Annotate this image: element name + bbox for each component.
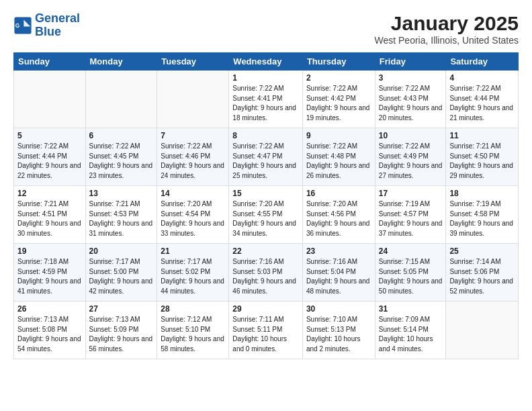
calendar-cell-w2-d4: 9Sunrise: 7:22 AM Sunset: 4:48 PM Daylig… — [302, 128, 375, 186]
calendar-subtitle: West Peoria, Illinois, United States — [374, 35, 519, 46]
day-number: 8 — [232, 131, 299, 140]
day-number: 29 — [232, 304, 299, 314]
calendar-cell-w3-d6: 18Sunrise: 7:19 AM Sunset: 4:58 PM Dayli… — [446, 186, 519, 244]
day-info: Sunrise: 7:20 AM Sunset: 4:55 PM Dayligh… — [232, 199, 299, 238]
day-number: 25 — [449, 246, 515, 256]
day-info: Sunrise: 7:22 AM Sunset: 4:43 PM Dayligh… — [379, 84, 443, 123]
day-number: 1 — [232, 73, 299, 83]
day-number: 3 — [379, 73, 443, 83]
svg-text:G: G — [15, 22, 20, 29]
calendar-cell-w4-d6: 25Sunrise: 7:14 AM Sunset: 5:06 PM Dayli… — [446, 244, 519, 302]
day-number: 4 — [449, 73, 515, 83]
day-info: Sunrise: 7:15 AM Sunset: 5:05 PM Dayligh… — [379, 257, 443, 296]
day-info: Sunrise: 7:10 AM Sunset: 5:13 PM Dayligh… — [306, 315, 371, 354]
calendar-cell-w3-d4: 16Sunrise: 7:20 AM Sunset: 4:56 PM Dayli… — [302, 186, 375, 244]
week-row-5: 26Sunrise: 7:13 AM Sunset: 5:08 PM Dayli… — [14, 302, 519, 359]
day-number: 9 — [306, 131, 371, 140]
calendar-cell-w4-d0: 19Sunrise: 7:18 AM Sunset: 4:59 PM Dayli… — [14, 244, 86, 302]
day-info: Sunrise: 7:22 AM Sunset: 4:49 PM Dayligh… — [379, 142, 443, 181]
th-tuesday: Tuesday — [157, 53, 229, 71]
calendar-cell-w2-d3: 8Sunrise: 7:22 AM Sunset: 4:47 PM Daylig… — [229, 128, 303, 186]
day-number: 14 — [161, 189, 225, 198]
calendar-cell-w2-d1: 6Sunrise: 7:22 AM Sunset: 4:45 PM Daylig… — [85, 128, 157, 186]
day-number: 30 — [306, 304, 371, 314]
day-number: 24 — [379, 246, 443, 256]
day-info: Sunrise: 7:17 AM Sunset: 5:02 PM Dayligh… — [161, 257, 225, 296]
calendar-cell-w1-d3: 1Sunrise: 7:22 AM Sunset: 4:41 PM Daylig… — [229, 71, 303, 128]
day-info: Sunrise: 7:13 AM Sunset: 5:09 PM Dayligh… — [89, 315, 154, 354]
day-info: Sunrise: 7:20 AM Sunset: 4:54 PM Dayligh… — [161, 199, 225, 238]
day-info: Sunrise: 7:11 AM Sunset: 5:11 PM Dayligh… — [232, 315, 299, 354]
calendar-cell-w4-d3: 22Sunrise: 7:16 AM Sunset: 5:03 PM Dayli… — [229, 244, 303, 302]
calendar-cell-w5-d6 — [446, 302, 519, 359]
day-number: 26 — [17, 304, 82, 314]
day-number: 7 — [161, 131, 225, 140]
day-info: Sunrise: 7:21 AM Sunset: 4:51 PM Dayligh… — [17, 199, 82, 238]
logo-general: General — [35, 11, 80, 25]
calendar-cell-w1-d5: 3Sunrise: 7:22 AM Sunset: 4:43 PM Daylig… — [375, 71, 446, 128]
calendar-cell-w1-d6: 4Sunrise: 7:22 AM Sunset: 4:44 PM Daylig… — [446, 71, 519, 128]
th-wednesday: Wednesday — [229, 53, 303, 71]
week-row-1: 1Sunrise: 7:22 AM Sunset: 4:41 PM Daylig… — [14, 71, 519, 128]
day-number: 6 — [89, 131, 154, 140]
calendar-cell-w5-d3: 29Sunrise: 7:11 AM Sunset: 5:11 PM Dayli… — [229, 302, 303, 359]
day-number: 20 — [89, 246, 154, 256]
day-info: Sunrise: 7:22 AM Sunset: 4:42 PM Dayligh… — [306, 84, 371, 123]
day-info: Sunrise: 7:18 AM Sunset: 4:59 PM Dayligh… — [17, 257, 82, 296]
calendar-cell-w2-d6: 11Sunrise: 7:21 AM Sunset: 4:50 PM Dayli… — [446, 128, 519, 186]
calendar-cell-w1-d2 — [157, 71, 229, 128]
day-info: Sunrise: 7:12 AM Sunset: 5:10 PM Dayligh… — [161, 315, 225, 354]
day-number: 18 — [449, 189, 515, 198]
calendar-cell-w2-d2: 7Sunrise: 7:22 AM Sunset: 4:46 PM Daylig… — [157, 128, 229, 186]
calendar-cell-w1-d1 — [85, 71, 157, 128]
calendar-table: Sunday Monday Tuesday Wednesday Thursday… — [13, 52, 519, 359]
calendar-cell-w4-d1: 20Sunrise: 7:17 AM Sunset: 5:00 PM Dayli… — [85, 244, 157, 302]
day-info: Sunrise: 7:19 AM Sunset: 4:57 PM Dayligh… — [379, 199, 443, 238]
day-number: 5 — [17, 131, 82, 140]
day-info: Sunrise: 7:16 AM Sunset: 5:04 PM Dayligh… — [306, 257, 371, 296]
calendar-cell-w5-d2: 28Sunrise: 7:12 AM Sunset: 5:10 PM Dayli… — [157, 302, 229, 359]
calendar-cell-w2-d0: 5Sunrise: 7:22 AM Sunset: 4:44 PM Daylig… — [14, 128, 86, 186]
calendar-cell-w5-d1: 27Sunrise: 7:13 AM Sunset: 5:09 PM Dayli… — [85, 302, 157, 359]
calendar-cell-w3-d0: 12Sunrise: 7:21 AM Sunset: 4:51 PM Dayli… — [14, 186, 86, 244]
calendar-title: January 2025 — [374, 12, 519, 35]
day-number: 17 — [379, 189, 443, 198]
logo: G General Blue — [13, 12, 80, 39]
calendar-cell-w3-d2: 14Sunrise: 7:20 AM Sunset: 4:54 PM Dayli… — [157, 186, 229, 244]
th-monday: Monday — [85, 53, 157, 71]
calendar-cell-w1-d0 — [14, 71, 86, 128]
day-number: 12 — [17, 189, 82, 198]
day-info: Sunrise: 7:22 AM Sunset: 4:45 PM Dayligh… — [89, 142, 154, 181]
week-row-2: 5Sunrise: 7:22 AM Sunset: 4:44 PM Daylig… — [14, 128, 519, 186]
day-info: Sunrise: 7:22 AM Sunset: 4:41 PM Dayligh… — [232, 84, 299, 123]
th-saturday: Saturday — [446, 53, 519, 71]
day-info: Sunrise: 7:21 AM Sunset: 4:53 PM Dayligh… — [89, 199, 154, 238]
week-row-3: 12Sunrise: 7:21 AM Sunset: 4:51 PM Dayli… — [14, 186, 519, 244]
th-thursday: Thursday — [302, 53, 375, 71]
day-number: 21 — [161, 246, 225, 256]
day-number: 16 — [306, 189, 371, 198]
calendar-cell-w1-d4: 2Sunrise: 7:22 AM Sunset: 4:42 PM Daylig… — [302, 71, 375, 128]
calendar-cell-w2-d5: 10Sunrise: 7:22 AM Sunset: 4:49 PM Dayli… — [375, 128, 446, 186]
calendar-cell-w3-d3: 15Sunrise: 7:20 AM Sunset: 4:55 PM Dayli… — [229, 186, 303, 244]
day-number: 31 — [379, 304, 443, 314]
day-info: Sunrise: 7:20 AM Sunset: 4:56 PM Dayligh… — [306, 199, 371, 238]
calendar-cell-w4-d5: 24Sunrise: 7:15 AM Sunset: 5:05 PM Dayli… — [375, 244, 446, 302]
calendar-cell-w5-d4: 30Sunrise: 7:10 AM Sunset: 5:13 PM Dayli… — [302, 302, 375, 359]
header: G General Blue January 2025 West Peoria,… — [13, 12, 519, 46]
page: G General Blue January 2025 West Peoria,… — [0, 0, 532, 366]
th-sunday: Sunday — [14, 53, 86, 71]
calendar-cell-w4-d4: 23Sunrise: 7:16 AM Sunset: 5:04 PM Dayli… — [302, 244, 375, 302]
day-info: Sunrise: 7:09 AM Sunset: 5:14 PM Dayligh… — [379, 315, 443, 354]
day-number: 22 — [232, 246, 299, 256]
calendar-cell-w4-d2: 21Sunrise: 7:17 AM Sunset: 5:02 PM Dayli… — [157, 244, 229, 302]
day-number: 23 — [306, 246, 371, 256]
day-number: 15 — [232, 189, 299, 198]
day-info: Sunrise: 7:16 AM Sunset: 5:03 PM Dayligh… — [232, 257, 299, 296]
logo-blue: Blue — [35, 25, 61, 38]
day-info: Sunrise: 7:21 AM Sunset: 4:50 PM Dayligh… — [449, 142, 515, 181]
day-info: Sunrise: 7:13 AM Sunset: 5:08 PM Dayligh… — [17, 315, 82, 354]
day-info: Sunrise: 7:22 AM Sunset: 4:47 PM Dayligh… — [232, 142, 299, 181]
calendar-cell-w3-d1: 13Sunrise: 7:21 AM Sunset: 4:53 PM Dayli… — [85, 186, 157, 244]
day-number: 28 — [161, 304, 225, 314]
